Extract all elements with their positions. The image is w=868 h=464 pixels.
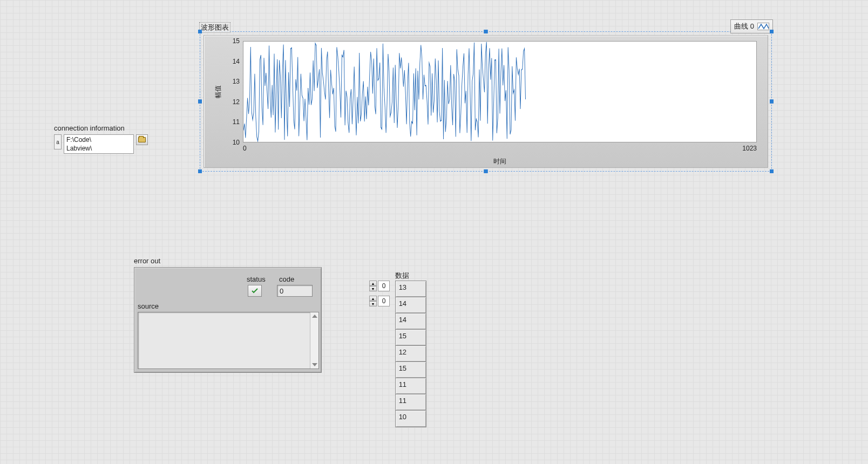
y-axis-label: 幅值 [214, 85, 223, 98]
array-cell[interactable]: 15 [396, 362, 426, 378]
array-index-1[interactable]: ▲ ▼ 0 [369, 296, 390, 306]
index-increment-button[interactable]: ▲ [369, 281, 377, 286]
connection-info-control: connection information a F:\Code\ Labvie… [54, 124, 148, 154]
error-code-value[interactable]: 0 [277, 285, 313, 297]
index-decrement-button[interactable]: ▼ [369, 301, 377, 306]
array-cell[interactable]: 14 [396, 297, 426, 313]
selection-handle[interactable] [484, 30, 488, 33]
index-value[interactable]: 0 [378, 296, 390, 306]
status-led [248, 285, 262, 297]
array-cell[interactable]: 13 [396, 281, 426, 297]
selection-handle[interactable] [770, 169, 774, 173]
chart-frame: 幅值 10 11 12 13 14 15 0 1023 时间 [204, 35, 768, 168]
array-cell[interactable]: 11 [396, 378, 426, 394]
array-cell[interactable]: 15 [396, 330, 426, 346]
array-cell[interactable]: 11 [396, 394, 426, 411]
selection-handle[interactable] [770, 30, 774, 33]
y-tick: 10 [233, 139, 240, 146]
y-tick: 15 [233, 37, 240, 45]
index-decrement-button[interactable]: ▼ [369, 286, 377, 291]
x-tick: 1023 [742, 145, 757, 152]
chart-legend[interactable]: 曲线 0 [730, 19, 773, 33]
error-out-cluster: error out status code source 0 [134, 257, 322, 373]
selection-handle[interactable] [198, 169, 202, 173]
error-source-value[interactable] [138, 312, 319, 369]
x-axis-label: 时间 [493, 157, 506, 166]
array-cells: 131414151215111110 [395, 281, 426, 427]
scrollbar[interactable] [310, 312, 318, 369]
error-out-frame: status code source 0 [134, 267, 322, 373]
chart-title-label: 波形图表 [199, 22, 230, 33]
y-tick: 11 [233, 118, 240, 126]
selection-handle[interactable] [198, 100, 202, 104]
x-axis: 0 1023 时间 [243, 144, 757, 167]
selection-handle[interactable] [770, 100, 774, 104]
code-sublabel: code [279, 275, 294, 283]
checkmark-icon [252, 288, 258, 294]
legend-line-icon [757, 23, 769, 30]
legend-entry-label: 曲线 0 [734, 22, 754, 31]
status-sublabel: status [247, 275, 266, 283]
connection-path-input[interactable]: F:\Code\ Labview\ [64, 134, 134, 154]
y-axis: 幅值 10 11 12 13 14 15 [204, 41, 242, 142]
source-sublabel: source [138, 302, 159, 310]
connection-info-label: connection information [54, 124, 148, 132]
folder-icon [138, 137, 146, 142]
plot-area [243, 41, 757, 142]
selection-handle[interactable] [484, 169, 488, 173]
data-array-control: 数据 ▲ ▼ 0 ▲ ▼ 0 131414151215111110 [369, 273, 426, 427]
array-cell[interactable]: 14 [396, 313, 426, 330]
array-cell[interactable]: 10 [396, 411, 426, 427]
data-array-label: 数据 [395, 271, 409, 281]
index-increment-button[interactable]: ▲ [369, 296, 377, 301]
y-tick: 13 [233, 78, 240, 85]
selection-handle[interactable] [198, 30, 202, 33]
y-tick: 14 [233, 58, 240, 65]
array-index-0[interactable]: ▲ ▼ 0 [369, 281, 390, 291]
y-tick: 12 [233, 98, 240, 106]
browse-folder-button[interactable] [136, 134, 148, 145]
index-value[interactable]: 0 [378, 281, 390, 291]
connection-type-glyph: a [54, 134, 62, 149]
waveform-chart[interactable]: 波形图表 曲线 0 幅值 10 11 12 13 14 15 0 1023 时间 [200, 31, 772, 172]
array-cell[interactable]: 12 [396, 346, 426, 362]
error-out-label: error out [134, 257, 322, 265]
x-tick: 0 [243, 145, 247, 152]
